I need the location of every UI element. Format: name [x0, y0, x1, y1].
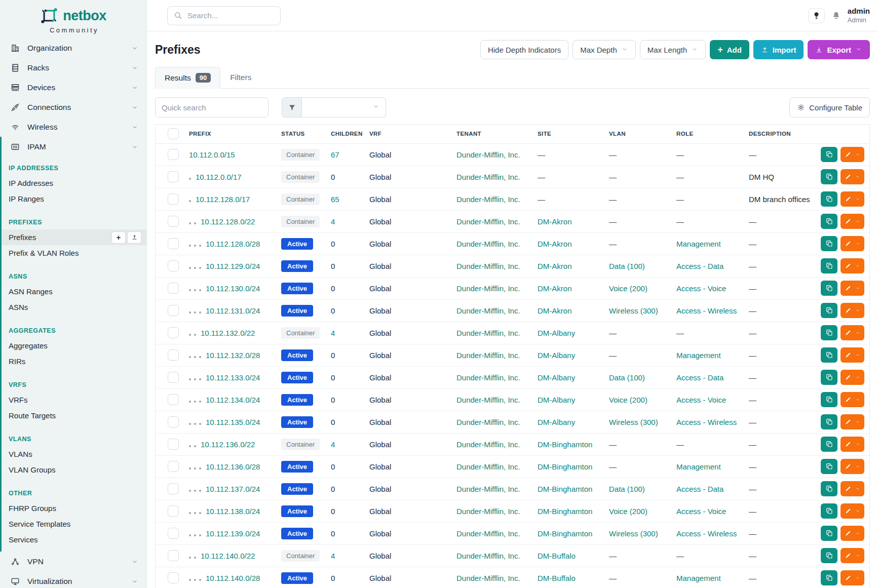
- quick-search[interactable]: [155, 97, 269, 117]
- row-checkbox[interactable]: [168, 327, 179, 338]
- site-link[interactable]: DM-Buffalo: [538, 552, 576, 560]
- edit-button[interactable]: [841, 548, 864, 563]
- edit-button[interactable]: [841, 169, 864, 184]
- edit-button[interactable]: [841, 303, 864, 318]
- row-checkbox[interactable]: [168, 550, 179, 561]
- row-checkbox[interactable]: [168, 149, 179, 160]
- clone-button[interactable]: [821, 147, 837, 162]
- export-button[interactable]: Export: [808, 40, 870, 59]
- prefix-link[interactable]: 10.112.0.0/17: [196, 173, 242, 181]
- prefix-link[interactable]: 10.112.0.0/15: [189, 150, 235, 159]
- site-link[interactable]: DM-Albany: [538, 329, 575, 337]
- sidebar-item-fhrp-groups[interactable]: FHRP Groups: [2, 500, 146, 516]
- site-link[interactable]: DM-Akron: [538, 262, 572, 270]
- vlan-link[interactable]: Data (100): [609, 373, 645, 382]
- site-link[interactable]: DM-Binghamton: [538, 440, 592, 449]
- site-link[interactable]: DM-Akron: [538, 306, 572, 315]
- edit-button[interactable]: [841, 347, 864, 363]
- edit-button[interactable]: [841, 370, 864, 385]
- prefix-link[interactable]: 10.112.138.0/24: [206, 507, 260, 516]
- row-checkbox[interactable]: [168, 283, 179, 294]
- clone-button[interactable]: [821, 503, 837, 519]
- clone-button[interactable]: [821, 437, 837, 452]
- prefix-link[interactable]: 10.112.134.0/24: [206, 396, 260, 404]
- sidebar-quick-add-button[interactable]: +: [111, 231, 126, 244]
- sidebar-item-virtualization[interactable]: Virtualization: [0, 571, 146, 588]
- row-checkbox[interactable]: [168, 260, 179, 271]
- tenant-link[interactable]: Dunder-Mifflin, Inc.: [456, 574, 520, 582]
- clone-button[interactable]: [821, 303, 837, 318]
- clone-button[interactable]: [821, 459, 837, 474]
- role-link[interactable]: Access - Wireless: [676, 418, 737, 426]
- role-link[interactable]: Management: [676, 462, 721, 471]
- children-count-link[interactable]: 4: [331, 552, 335, 560]
- row-checkbox[interactable]: [168, 505, 179, 517]
- row-checkbox[interactable]: [168, 572, 179, 583]
- notifications-bell-icon[interactable]: [831, 11, 841, 20]
- row-checkbox[interactable]: [168, 372, 179, 383]
- prefix-link[interactable]: 10.112.130.0/24: [206, 284, 260, 293]
- clone-button[interactable]: [821, 347, 837, 363]
- edit-button[interactable]: [841, 281, 864, 296]
- row-checkbox[interactable]: [168, 394, 179, 405]
- column-header-role[interactable]: ROLE: [671, 125, 744, 143]
- clone-button[interactable]: [821, 370, 837, 385]
- edit-button[interactable]: [841, 503, 864, 519]
- tenant-link[interactable]: Dunder-Mifflin, Inc.: [456, 529, 520, 538]
- edit-button[interactable]: [841, 570, 864, 585]
- column-header-vrf[interactable]: VRF: [364, 125, 451, 143]
- column-header-prefix[interactable]: PREFIX: [184, 125, 276, 143]
- edit-button[interactable]: [841, 392, 864, 407]
- clone-button[interactable]: [821, 548, 837, 563]
- prefix-link[interactable]: 10.112.128.0/17: [196, 195, 250, 204]
- row-checkbox[interactable]: [168, 238, 179, 249]
- column-header-children[interactable]: CHILDREN: [326, 125, 364, 143]
- vlan-link[interactable]: Voice (200): [609, 284, 647, 293]
- global-search[interactable]: [167, 6, 281, 25]
- prefix-link[interactable]: 10.112.132.0/28: [206, 351, 260, 360]
- sidebar-item-asns[interactable]: ASNs: [2, 299, 146, 315]
- row-checkbox[interactable]: [168, 171, 179, 182]
- global-search-input[interactable]: [187, 11, 274, 20]
- select-all-checkbox[interactable]: [168, 128, 179, 139]
- site-link[interactable]: DM-Binghamton: [538, 507, 592, 516]
- column-header-description[interactable]: DESCRIPTION: [744, 125, 814, 143]
- site-link[interactable]: DM-Albany: [538, 351, 575, 360]
- sidebar-item-prefixes[interactable]: Prefixes+: [2, 229, 146, 245]
- sidebar-item-vpn[interactable]: VPN: [0, 552, 146, 571]
- sidebar-item-devices[interactable]: Devices: [0, 77, 146, 97]
- vlan-link[interactable]: Wireless (300): [609, 306, 658, 315]
- row-checkbox[interactable]: [168, 483, 179, 494]
- prefix-link[interactable]: 10.112.136.0/22: [201, 440, 255, 449]
- sidebar-item-vlan-groups[interactable]: VLAN Groups: [2, 462, 146, 478]
- quick-search-input[interactable]: [162, 103, 262, 112]
- row-checkbox[interactable]: [168, 193, 179, 205]
- site-link[interactable]: DM-Albany: [538, 418, 575, 426]
- prefix-link[interactable]: 10.112.135.0/24: [206, 418, 260, 426]
- role-link[interactable]: Access - Data: [676, 262, 723, 270]
- role-link[interactable]: Access - Wireless: [676, 306, 737, 315]
- prefix-link[interactable]: 10.112.133.0/24: [206, 373, 260, 382]
- sidebar-item-ip-addresses[interactable]: IP Addresses: [2, 175, 146, 191]
- tenant-link[interactable]: Dunder-Mifflin, Inc.: [456, 195, 520, 204]
- tenant-link[interactable]: Dunder-Mifflin, Inc.: [456, 150, 520, 159]
- prefix-link[interactable]: 10.112.140.0/22: [201, 552, 255, 560]
- max-depth-dropdown[interactable]: Max Depth: [572, 40, 636, 59]
- row-checkbox[interactable]: [168, 461, 179, 472]
- clone-button[interactable]: [821, 236, 837, 251]
- sidebar-item-aggregates[interactable]: Aggregates: [2, 338, 146, 354]
- row-checkbox[interactable]: [168, 439, 179, 450]
- edit-button[interactable]: [841, 147, 864, 162]
- edit-button[interactable]: [841, 459, 864, 474]
- role-link[interactable]: Access - Voice: [676, 396, 726, 404]
- row-checkbox[interactable]: [168, 216, 179, 227]
- tenant-link[interactable]: Dunder-Mifflin, Inc.: [456, 418, 520, 426]
- role-link[interactable]: Access - Voice: [676, 284, 726, 293]
- column-header-vlan[interactable]: VLAN: [604, 125, 671, 143]
- edit-button[interactable]: [841, 414, 864, 429]
- clone-button[interactable]: [821, 526, 837, 541]
- edit-button[interactable]: [841, 191, 864, 207]
- theme-toggle-button[interactable]: [808, 8, 825, 23]
- brand-logo[interactable]: netbox Community: [0, 0, 146, 38]
- role-link[interactable]: Access - Wireless: [676, 529, 737, 538]
